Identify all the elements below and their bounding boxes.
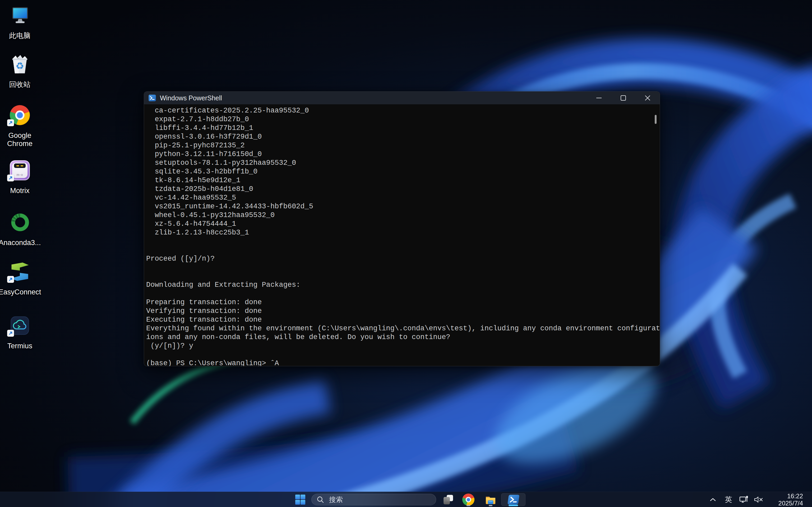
desktop-icon-motrix[interactable]: m-o Motrix xyxy=(0,159,40,195)
desktop-icon-label: 回收站 xyxy=(9,80,31,89)
chrome-icon xyxy=(462,494,474,506)
maximize-button[interactable] xyxy=(611,92,636,104)
search-icon xyxy=(316,496,324,504)
window-titlebar[interactable]: Windows PowerShell xyxy=(144,92,660,104)
desktop-icon-google-chrome[interactable]: Google Chrome xyxy=(0,104,40,148)
desktop-icon-anaconda[interactable]: Anaconda3... xyxy=(0,211,40,247)
powershell-active-indicator xyxy=(509,505,518,506)
desktop-icon-recycle-bin[interactable]: ♻ 回收站 xyxy=(0,53,40,89)
close-button[interactable] xyxy=(636,92,660,104)
termius-icon xyxy=(8,314,32,337)
chrome-icon xyxy=(8,104,32,127)
minimize-button[interactable] xyxy=(587,92,611,104)
desktop-icon-label: EasyConnect xyxy=(0,288,41,296)
taskbar-powershell-button[interactable] xyxy=(501,493,525,506)
start-button[interactable] xyxy=(293,493,307,506)
desktop-icon-label: Motrix xyxy=(10,187,30,195)
network-button[interactable] xyxy=(737,492,751,507)
chrome-running-indicator xyxy=(466,505,470,506)
ime-indicator[interactable]: 英 xyxy=(722,492,735,507)
desktop-icon-this-pc[interactable]: 此电脑 xyxy=(0,4,40,40)
tray-overflow-button[interactable] xyxy=(707,492,719,507)
shortcut-arrow-icon xyxy=(7,175,14,181)
chevron-up-icon xyxy=(709,498,716,502)
terminal-text: ca-certificates-2025.2.25-haa95532_0 exp… xyxy=(144,104,660,366)
desktop-icon-label: 此电脑 xyxy=(9,32,31,40)
powershell-icon xyxy=(507,494,519,506)
recycle-bin-icon: ♻ xyxy=(8,53,32,76)
terminal[interactable]: ca-certificates-2025.2.25-haa95532_0 exp… xyxy=(144,104,660,366)
window-title: Windows PowerShell xyxy=(160,94,222,102)
explorer-running-indicator xyxy=(489,505,493,506)
easyconnect-icon xyxy=(8,260,32,283)
ethernet-icon xyxy=(739,495,749,504)
desktop-icon-termius[interactable]: Termius xyxy=(0,314,40,350)
clock-date: 2025/7/4 xyxy=(778,500,803,507)
desktop-icon-label: Termius xyxy=(7,342,33,350)
powershell-window: Windows PowerShell ca-certificates-2025.… xyxy=(144,91,660,366)
clock-time: 16:22 xyxy=(787,493,803,500)
desktop-icon-label: Google Chrome xyxy=(0,131,40,148)
windows-logo-icon xyxy=(295,494,306,505)
clock[interactable]: 16:22 2025/7/4 xyxy=(778,492,803,507)
speaker-muted-icon xyxy=(754,496,763,504)
this-pc-icon xyxy=(8,4,32,27)
svg-text:♻: ♻ xyxy=(15,60,24,71)
motrix-icon: m-o xyxy=(8,159,32,182)
anaconda-icon xyxy=(8,211,32,234)
volume-button[interactable] xyxy=(752,492,765,507)
scrollbar-thumb[interactable] xyxy=(655,115,657,124)
shortcut-arrow-icon xyxy=(7,276,14,283)
powershell-titlebar-icon xyxy=(148,94,156,102)
desktop-icon-label: Anaconda3... xyxy=(0,239,41,247)
taskbar: 搜索 xyxy=(0,492,812,507)
taskbar-explorer-button[interactable] xyxy=(483,493,499,506)
task-view-icon xyxy=(443,494,454,505)
file-explorer-icon xyxy=(484,493,497,506)
desktop-icon-easyconnect[interactable]: EasyConnect xyxy=(0,260,40,296)
shortcut-arrow-icon xyxy=(7,330,14,337)
task-view-button[interactable] xyxy=(441,493,456,506)
taskbar-search[interactable]: 搜索 xyxy=(311,494,436,505)
desktop: 此电脑 ♻ 回收站 Google Chrome xyxy=(0,0,812,507)
shortcut-arrow-icon xyxy=(7,119,14,126)
taskbar-chrome-button[interactable] xyxy=(461,493,476,506)
search-placeholder: 搜索 xyxy=(329,495,343,504)
